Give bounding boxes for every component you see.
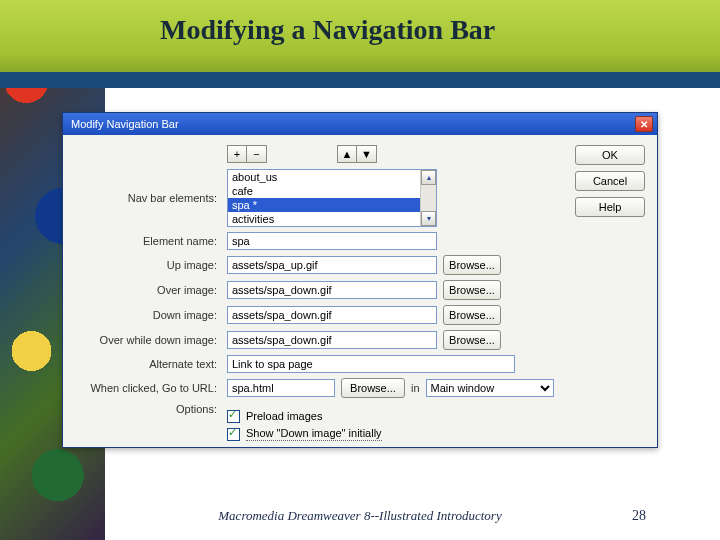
browse-up-image-button[interactable]: Browse... [443,255,501,275]
add-element-button[interactable]: + [227,145,247,163]
move-down-button[interactable]: ▼ [357,145,377,163]
alternate-text-input[interactable] [227,355,515,373]
over-while-down-input[interactable] [227,331,437,349]
show-down-image-label: Show "Down image" initially [246,427,382,441]
slide-footer: Macromedia Dreamweaver 8--Illustrated In… [0,500,720,540]
label-down-image: Down image: [75,309,221,321]
element-name-input[interactable] [227,232,437,250]
list-item[interactable]: activities [228,212,436,226]
listbox-scrollbar[interactable]: ▴ ▾ [420,170,436,226]
scroll-up-icon[interactable]: ▴ [421,170,436,185]
label-options: Options: [75,403,221,415]
remove-element-button[interactable]: − [247,145,267,163]
slide-title: Modifying a Navigation Bar [160,14,495,46]
target-window-select[interactable]: Main window [426,379,554,397]
ok-button[interactable]: OK [575,145,645,165]
close-icon[interactable]: ✕ [635,116,653,132]
label-in: in [411,382,420,394]
down-image-input[interactable] [227,306,437,324]
list-item[interactable]: spa * [228,198,436,212]
scroll-down-icon[interactable]: ▾ [421,211,436,226]
label-element-name: Element name: [75,235,221,247]
label-up-image: Up image: [75,259,221,271]
slide-header: Modifying a Navigation Bar [0,0,720,88]
label-over-image: Over image: [75,284,221,296]
label-nav-bar-elements: Nav bar elements: [75,192,221,204]
list-item[interactable]: about_us [228,170,436,184]
cancel-button[interactable]: Cancel [575,171,645,191]
dialog-title: Modify Navigation Bar [71,118,635,130]
list-item[interactable]: cafe [228,184,436,198]
dialog-titlebar: Modify Navigation Bar ✕ [63,113,657,135]
preload-images-label: Preload images [246,410,322,422]
browse-down-image-button[interactable]: Browse... [443,305,501,325]
up-image-input[interactable] [227,256,437,274]
footer-credit: Macromedia Dreamweaver 8--Illustrated In… [0,508,720,524]
show-down-image-checkbox[interactable] [227,428,240,441]
help-button[interactable]: Help [575,197,645,217]
over-image-input[interactable] [227,281,437,299]
browse-over-image-button[interactable]: Browse... [443,280,501,300]
goto-url-input[interactable] [227,379,335,397]
label-when-clicked: When clicked, Go to URL: [75,382,221,394]
nav-bar-elements-listbox[interactable]: about_uscafespa *activities ▴ ▾ [227,169,437,227]
browse-url-button[interactable]: Browse... [341,378,405,398]
move-up-button[interactable]: ▲ [337,145,357,163]
label-alternate-text: Alternate text: [75,358,221,370]
label-over-while-down: Over while down image: [75,334,221,346]
page-number: 28 [632,508,646,524]
modify-nav-bar-dialog: Modify Navigation Bar ✕ OK Cancel Help +… [62,112,658,448]
preload-images-checkbox[interactable] [227,410,240,423]
browse-over-while-down-button[interactable]: Browse... [443,330,501,350]
